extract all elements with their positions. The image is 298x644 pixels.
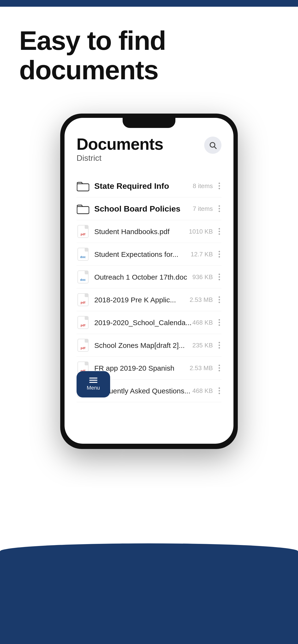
phone-mockup: Documents District xyxy=(60,114,238,449)
documents-header: Documents District xyxy=(77,135,221,172)
doc-file-icon: doc xyxy=(77,270,89,284)
more-dot xyxy=(219,276,220,278)
more-dot xyxy=(219,254,220,255)
menu-line xyxy=(89,382,97,383)
file-prek-applic[interactable]: pdf 2018-2019 Pre K Applic... 2.53 MB xyxy=(77,288,221,311)
folder-icon xyxy=(77,202,89,215)
file-school-zones-size: 235 KB xyxy=(192,342,213,349)
more-dot xyxy=(219,228,220,230)
menu-line xyxy=(89,380,97,381)
more-dot xyxy=(219,370,220,371)
folder-school-board-count: 7 items xyxy=(193,205,213,212)
folder-svg-icon xyxy=(77,180,89,192)
more-dot xyxy=(219,393,220,394)
svg-line-1 xyxy=(214,147,216,149)
file-school-zones[interactable]: pdf School Zones Map[draft 2]... 235 KB xyxy=(77,334,221,357)
folder-school-board-name: School Board Policies xyxy=(94,204,193,214)
folder-state-required[interactable]: State Required Info 8 items xyxy=(77,175,221,198)
file-school-calendar-size: 468 KB xyxy=(192,319,213,326)
more-dot xyxy=(219,274,220,275)
folder-state-required-count: 8 items xyxy=(193,182,213,190)
file-school-calendar[interactable]: pdf 2019-2020_School_Calenda... 468 KB xyxy=(77,311,221,334)
file-prek-applic-name: 2018-2019 Pre K Applic... xyxy=(94,295,190,304)
more-dot xyxy=(219,251,220,252)
pdf-file-icon: pdf xyxy=(77,339,89,352)
file-student-handbooks-size: 1010 KB xyxy=(189,228,213,235)
file-outreach-name: Outreach 1 October 17th.doc xyxy=(94,272,192,282)
more-dot xyxy=(219,256,220,258)
file-prek-applic-more[interactable] xyxy=(217,296,221,304)
top-status-bar xyxy=(0,0,298,7)
file-student-handbooks[interactable]: pdf Student Handbooks.pdf 1010 KB xyxy=(77,220,221,243)
file-faq-size: 468 KB xyxy=(192,387,213,394)
page-wrapper: Easy to find documents Documents Distric… xyxy=(0,0,298,644)
file-student-expectations-more[interactable] xyxy=(217,250,221,258)
documents-title-group: Documents District xyxy=(77,135,163,172)
page-header: Easy to find documents xyxy=(0,7,298,99)
folder-school-board-more[interactable] xyxy=(217,204,221,213)
menu-line xyxy=(89,378,97,378)
file-fr-app-name: FR app 2019-20 Spanish xyxy=(94,364,190,373)
more-dot xyxy=(219,231,220,232)
doc-file-icon: doc xyxy=(77,248,89,261)
more-dot xyxy=(219,185,220,187)
file-school-zones-name: School Zones Map[draft 2]... xyxy=(94,341,192,350)
more-dot xyxy=(219,182,220,184)
file-outreach[interactable]: doc Outreach 1 October 17th.doc 936 KB xyxy=(77,266,221,288)
file-faq-more[interactable] xyxy=(217,386,221,395)
more-dot xyxy=(219,299,220,300)
file-fr-app-size: 2.53 MB xyxy=(190,364,213,372)
more-dot xyxy=(219,210,220,212)
blue-bottom-section xyxy=(0,544,298,644)
file-student-expectations-size: 12.7 KB xyxy=(191,250,213,258)
menu-icon xyxy=(89,378,97,383)
more-dot xyxy=(219,296,220,298)
more-dot xyxy=(219,205,220,207)
search-icon xyxy=(209,141,217,149)
more-dot xyxy=(219,233,220,235)
more-dot xyxy=(219,388,220,389)
menu-label: Menu xyxy=(87,385,100,391)
file-school-calendar-name: 2019-2020_School_Calenda... xyxy=(94,318,192,327)
file-student-expectations-name: Student Expectations for... xyxy=(94,250,191,259)
screen-content: Documents District xyxy=(65,118,233,410)
folder-state-required-more[interactable] xyxy=(217,182,221,190)
phone-wrapper: Documents District xyxy=(60,99,238,449)
page-title: Easy to find documents xyxy=(19,26,279,85)
svg-rect-3 xyxy=(77,206,89,214)
more-dot xyxy=(219,279,220,280)
more-dot xyxy=(219,319,220,320)
more-dot xyxy=(219,390,220,392)
menu-button[interactable]: Menu xyxy=(77,371,110,398)
folder-state-required-name: State Required Info xyxy=(94,181,193,191)
more-dot xyxy=(219,302,220,303)
phone-notch xyxy=(123,118,175,128)
file-outreach-size: 936 KB xyxy=(192,273,213,281)
phone-screen: Documents District xyxy=(65,118,233,444)
folder-school-board[interactable]: School Board Policies 7 items xyxy=(77,198,221,220)
file-school-calendar-more[interactable] xyxy=(217,318,221,327)
more-dot xyxy=(219,342,220,343)
more-dot xyxy=(219,208,220,210)
more-dot xyxy=(219,324,220,326)
more-dot xyxy=(219,188,220,189)
content-area: Documents District xyxy=(0,99,298,644)
folder-icon xyxy=(77,180,89,192)
more-dot xyxy=(219,347,220,348)
folder-svg-icon xyxy=(77,203,89,214)
more-dot xyxy=(219,365,220,366)
file-student-handbooks-more[interactable] xyxy=(217,227,221,236)
file-school-zones-more[interactable] xyxy=(217,341,221,350)
file-student-handbooks-name: Student Handbooks.pdf xyxy=(94,227,189,236)
more-dot xyxy=(219,344,220,346)
file-fr-app-more[interactable] xyxy=(217,364,221,372)
svg-rect-2 xyxy=(77,184,89,191)
more-dot xyxy=(219,322,220,323)
file-student-expectations[interactable]: doc Student Expectations for... 12.7 KB xyxy=(77,243,221,266)
file-outreach-more[interactable] xyxy=(217,273,221,281)
search-button[interactable] xyxy=(204,136,221,154)
documents-title: Documents xyxy=(77,135,163,153)
pdf-file-icon: pdf xyxy=(77,316,89,329)
file-prek-applic-size: 2.53 MB xyxy=(190,296,213,304)
pdf-file-icon: pdf xyxy=(77,225,89,238)
